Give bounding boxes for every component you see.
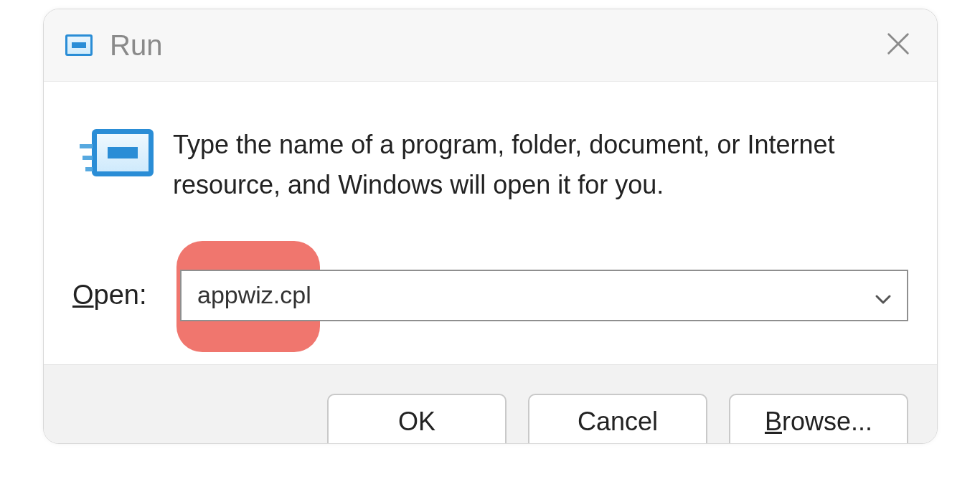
close-button[interactable] [881, 28, 915, 62]
ok-button[interactable]: OK [327, 394, 507, 444]
dialog-footer: OK Cancel Browse... [44, 364, 937, 443]
cancel-button[interactable]: Cancel [528, 394, 707, 444]
chevron-down-icon [874, 286, 892, 305]
dialog-body: Type the name of a program, folder, docu… [44, 82, 937, 364]
titlebar: Run [44, 9, 937, 82]
run-large-icon-wrap [72, 125, 173, 176]
run-large-icon [92, 129, 154, 176]
open-combobox[interactable]: appwiz.cpl [180, 270, 908, 321]
intro-row: Type the name of a program, folder, docu… [72, 125, 908, 205]
intro-text: Type the name of a program, folder, docu… [173, 125, 908, 205]
run-dialog: Run Type the name of a program, folder, … [43, 9, 938, 444]
open-row: Open: appwiz.cpl [72, 270, 908, 321]
open-label-accel: O [72, 280, 94, 310]
open-label: Open: [72, 280, 180, 311]
close-icon [885, 30, 912, 60]
cancel-button-label: Cancel [578, 407, 658, 437]
open-label-rest: pen: [94, 280, 147, 310]
ok-button-label: OK [398, 407, 435, 437]
run-icon [65, 34, 93, 56]
window-title: Run [110, 29, 162, 62]
open-combobox-value: appwiz.cpl [197, 281, 311, 309]
browse-button-label: Browse... [765, 407, 872, 437]
browse-button[interactable]: Browse... [729, 394, 908, 444]
